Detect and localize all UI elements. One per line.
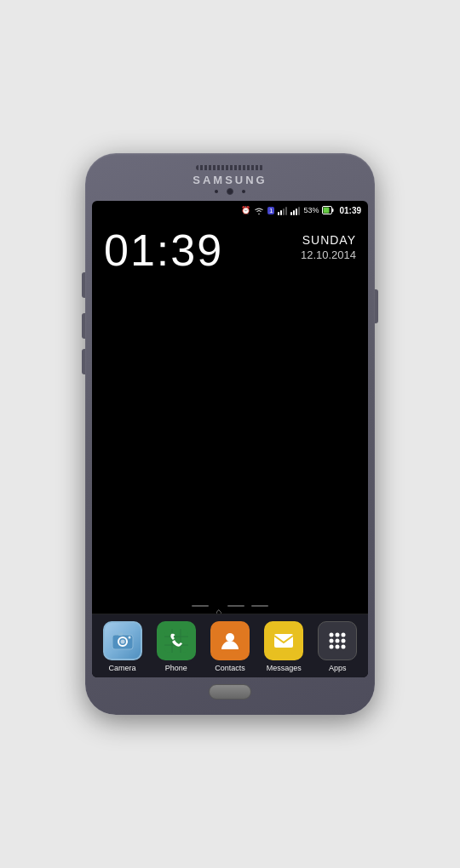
camera-row bbox=[215, 188, 245, 195]
svg-point-15 bbox=[226, 633, 234, 642]
svg-point-8 bbox=[128, 637, 130, 639]
clock-area: 01:39 SUNDAY 12.10.2014 bbox=[92, 220, 368, 272]
dock-item-phone[interactable]: Phone bbox=[154, 621, 198, 672]
svg-rect-17 bbox=[274, 634, 293, 648]
top-bezel: SAMSUNG bbox=[92, 162, 368, 201]
phone-device: SAMSUNG ⏰ 1 bbox=[85, 153, 375, 715]
svg-rect-7 bbox=[118, 632, 123, 636]
status-time-label: 01:39 bbox=[339, 206, 361, 215]
phone-label: Phone bbox=[165, 664, 187, 672]
page-dot-2 bbox=[227, 605, 244, 607]
svg-point-20 bbox=[342, 633, 346, 637]
svg-point-23 bbox=[342, 639, 346, 643]
contacts-label: Contacts bbox=[215, 664, 245, 672]
home-button[interactable] bbox=[209, 684, 251, 700]
dock-item-contacts[interactable]: Contacts bbox=[208, 621, 252, 672]
dock-item-messages[interactable]: Messages bbox=[262, 621, 306, 672]
messages-label: Messages bbox=[267, 664, 302, 672]
svg-rect-2 bbox=[324, 208, 330, 214]
svg-point-18 bbox=[330, 633, 334, 637]
screen: ⏰ 1 bbox=[92, 201, 368, 677]
svg-rect-9 bbox=[164, 629, 188, 653]
svg-point-21 bbox=[330, 639, 334, 643]
signal-bars-1-icon bbox=[278, 205, 287, 215]
dock-item-camera[interactable]: Camera bbox=[101, 621, 145, 672]
day-label: SUNDAY bbox=[301, 233, 356, 247]
wallpaper-area bbox=[92, 272, 368, 603]
brand-label: SAMSUNG bbox=[193, 174, 267, 186]
wifi-icon bbox=[254, 206, 264, 214]
camera-label: Camera bbox=[109, 664, 136, 672]
signal-bars-2-icon bbox=[290, 205, 300, 215]
page-dot-3 bbox=[251, 605, 268, 607]
svg-point-19 bbox=[336, 633, 340, 637]
apps-label: Apps bbox=[329, 664, 347, 672]
phone-app-icon bbox=[157, 621, 196, 660]
date-area: SUNDAY 12.10.2014 bbox=[301, 228, 356, 261]
dock-item-apps[interactable]: Apps bbox=[315, 621, 359, 672]
speaker bbox=[196, 165, 264, 170]
home-indicator: ⌂ bbox=[216, 603, 221, 608]
volume-down-button[interactable] bbox=[82, 313, 85, 339]
data-badge-icon: 1 bbox=[267, 207, 274, 214]
messages-app-icon bbox=[264, 621, 303, 660]
svg-point-24 bbox=[330, 645, 334, 649]
bottom-bezel bbox=[92, 677, 368, 703]
battery-icon bbox=[322, 206, 334, 214]
svg-rect-1 bbox=[332, 208, 334, 212]
front-camera bbox=[227, 188, 233, 195]
page-dot-1 bbox=[192, 605, 209, 607]
camera-app-icon bbox=[103, 621, 142, 660]
alarm-icon: ⏰ bbox=[241, 206, 250, 214]
svg-point-25 bbox=[336, 645, 340, 649]
page-indicator: ⌂ bbox=[92, 603, 368, 614]
contacts-app-icon bbox=[210, 621, 250, 660]
main-clock-label: 01:39 bbox=[104, 228, 223, 272]
sensor-dot bbox=[215, 190, 218, 193]
power-button[interactable] bbox=[375, 289, 378, 323]
sensor-dot2 bbox=[242, 190, 245, 193]
svg-point-6 bbox=[120, 640, 124, 644]
svg-point-22 bbox=[336, 639, 340, 643]
apps-app-icon bbox=[318, 621, 357, 660]
extra-button[interactable] bbox=[82, 349, 85, 374]
date-label: 12.10.2014 bbox=[301, 248, 356, 261]
battery-percent-label: 53% bbox=[303, 206, 319, 214]
dock: Camera Phone bbox=[92, 614, 368, 677]
volume-up-button[interactable] bbox=[82, 272, 85, 298]
svg-point-26 bbox=[342, 645, 346, 649]
status-bar: ⏰ 1 bbox=[92, 201, 368, 220]
